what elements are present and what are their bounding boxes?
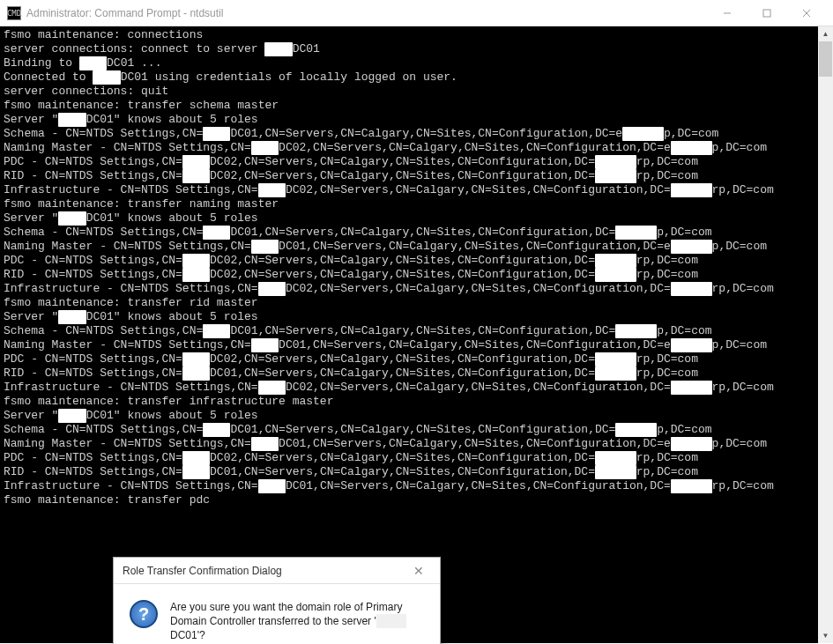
terminal-line: RID - CN=NTDS Settings,CN= DC02,CN=Serve… (4, 268, 829, 282)
minimize-button[interactable] (707, 0, 747, 26)
terminal-line: RID - CN=NTDS Settings,CN= DC02,CN=Serve… (4, 169, 829, 183)
svg-rect-1 (763, 10, 770, 17)
scroll-up-icon[interactable]: ▲ (818, 26, 833, 41)
terminal-line: fsmo maintenance: transfer pdc (4, 493, 829, 507)
terminal-line: Infrastructure - CN=NTDS Settings,CN= DC… (4, 282, 829, 296)
dialog-message: Are you sure you want the domain role of… (170, 600, 424, 644)
close-button[interactable] (786, 0, 826, 26)
terminal-line: server connections: connect to server DC… (4, 42, 829, 56)
terminal-line: fsmo maintenance: transfer schema master (4, 99, 829, 113)
window-titlebar: CMD Administrator: Command Prompt - ntds… (0, 0, 833, 26)
terminal-line: Schema - CN=NTDS Settings,CN= DC01,CN=Se… (4, 127, 829, 141)
terminal-line: Infrastructure - CN=NTDS Settings,CN= DC… (4, 479, 829, 493)
terminal-line: Server " DC01" knows about 5 roles (4, 310, 829, 324)
terminal-line: Naming Master - CN=NTDS Settings,CN= DC0… (4, 141, 829, 155)
terminal-line: fsmo maintenance: transfer rid master (4, 296, 829, 310)
terminal-line: Naming Master - CN=NTDS Settings,CN= DC0… (4, 240, 829, 254)
terminal-line: PDC - CN=NTDS Settings,CN= DC02,CN=Serve… (4, 451, 829, 465)
terminal-line: PDC - CN=NTDS Settings,CN= DC02,CN=Serve… (4, 155, 829, 169)
terminal-line: PDC - CN=NTDS Settings,CN= DC02,CN=Serve… (4, 352, 829, 366)
terminal-line: Naming Master - CN=NTDS Settings,CN= DC0… (4, 338, 829, 352)
terminal-line: Schema - CN=NTDS Settings,CN= DC01,CN=Se… (4, 423, 829, 437)
terminal-line: server connections: quit (4, 85, 829, 99)
terminal-output[interactable]: fsmo maintenance: connectionsserver conn… (0, 26, 833, 643)
confirmation-dialog: Role Transfer Confirmation Dialog ✕ ? Ar… (113, 557, 441, 644)
question-icon: ? (130, 600, 158, 628)
terminal-line: Server " DC01" knows about 5 roles (4, 113, 829, 127)
terminal-line: Naming Master - CN=NTDS Settings,CN= DC0… (4, 437, 829, 451)
terminal-line: Binding to DC01 ... (4, 56, 829, 70)
window-title: Administrator: Command Prompt - ntdsutil (26, 7, 707, 19)
terminal-line: Infrastructure - CN=NTDS Settings,CN= DC… (4, 381, 829, 395)
terminal-line: PDC - CN=NTDS Settings,CN= DC02,CN=Serve… (4, 254, 829, 268)
terminal-line: fsmo maintenance: transfer naming master (4, 197, 829, 211)
terminal-line: Schema - CN=NTDS Settings,CN= DC01,CN=Se… (4, 324, 829, 338)
terminal-line: RID - CN=NTDS Settings,CN= DC01,CN=Serve… (4, 465, 829, 479)
terminal-line: RID - CN=NTDS Settings,CN= DC01,CN=Serve… (4, 366, 829, 381)
dialog-titlebar: Role Transfer Confirmation Dialog ✕ (114, 558, 440, 584)
maximize-button[interactable] (747, 0, 786, 26)
dialog-title: Role Transfer Confirmation Dialog (123, 565, 406, 577)
terminal-line: Server " DC01" knows about 5 roles (4, 211, 829, 226)
scroll-thumb[interactable] (819, 41, 832, 77)
terminal-scrollbar[interactable]: ▲ ▼ (818, 26, 833, 643)
scroll-down-icon[interactable]: ▼ (818, 628, 833, 643)
terminal-line: fsmo maintenance: transfer infrastructur… (4, 395, 829, 409)
terminal-line: Schema - CN=NTDS Settings,CN= DC01,CN=Se… (4, 226, 829, 240)
terminal-line: Server " DC01" knows about 5 roles (4, 409, 829, 423)
terminal-line: fsmo maintenance: connections (4, 28, 829, 42)
dialog-close-button[interactable]: ✕ (406, 564, 431, 578)
terminal-line: Infrastructure - CN=NTDS Settings,CN= DC… (4, 183, 829, 197)
terminal-line: Connected to DC01 using credentials of l… (4, 70, 829, 85)
cmd-icon: CMD (7, 6, 21, 20)
